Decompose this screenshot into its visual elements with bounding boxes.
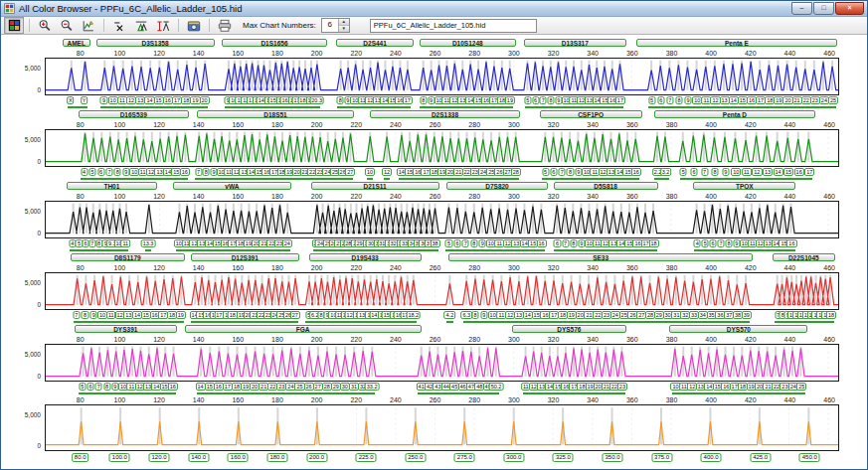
trace-svg bbox=[46, 202, 838, 237]
allele-label: 9 bbox=[480, 311, 487, 319]
allele-label: 5 bbox=[524, 96, 531, 104]
zoom-in-button[interactable] bbox=[35, 17, 55, 34]
allele-label: 5 bbox=[445, 239, 452, 247]
electropherogram-plot[interactable] bbox=[45, 129, 839, 167]
allele-label: 8 bbox=[337, 96, 344, 104]
allele-label: 16 bbox=[794, 168, 804, 176]
electropherogram-plot[interactable] bbox=[45, 272, 839, 310]
x-tick-label: 360 bbox=[626, 263, 638, 272]
x-tick-label: 340 bbox=[587, 49, 599, 58]
allele-label: 140.0 bbox=[188, 453, 209, 462]
size-standard-match-button[interactable] bbox=[131, 17, 151, 34]
x-tick-label: 140 bbox=[193, 335, 205, 344]
marker-label-dys576: DYS576 bbox=[512, 325, 626, 333]
allele-label: 450.0 bbox=[799, 453, 820, 462]
allele-label: 8 bbox=[570, 239, 577, 247]
trace-svg bbox=[46, 405, 838, 450]
size-standard-match-icon bbox=[134, 19, 148, 33]
marker-range-bar bbox=[337, 106, 411, 108]
electropherogram-plot[interactable] bbox=[45, 344, 839, 382]
x-tick-label: 160 bbox=[232, 335, 244, 344]
allele-label: 9 bbox=[90, 311, 97, 319]
x-tick-label: 140 bbox=[193, 120, 205, 129]
x-tick-label: 400 bbox=[705, 263, 717, 272]
zoom-in-icon bbox=[38, 19, 52, 33]
trace-path bbox=[46, 421, 838, 444]
x-tick-label: 260 bbox=[430, 263, 441, 272]
allele-call-button[interactable] bbox=[153, 17, 173, 34]
zoom-edit-button[interactable] bbox=[79, 17, 98, 34]
max-chart-numbers-value[interactable]: 6 bbox=[322, 19, 338, 32]
allele-label-strip: 80.0100.0120.0140.0160.0180.0200.0225.02… bbox=[45, 451, 839, 463]
electropherogram-plot[interactable] bbox=[45, 58, 839, 95]
x-tick-label: 100 bbox=[113, 49, 125, 58]
x-tick-label: 120 bbox=[153, 395, 165, 404]
allele-label: 4.2 bbox=[444, 311, 456, 319]
y-axis-max-label: 5,000 bbox=[1, 208, 41, 215]
marker-label-dys570: DYS570 bbox=[669, 325, 807, 333]
allele-label: 39 bbox=[742, 311, 752, 319]
marker-range-bar bbox=[195, 178, 353, 180]
x-tick-label: 260 bbox=[430, 192, 441, 201]
marker-range-bar bbox=[648, 106, 836, 108]
trace-path bbox=[82, 408, 828, 445]
x-tick-label: 340 bbox=[587, 395, 599, 404]
x-tick-label: 260 bbox=[430, 335, 441, 344]
maximize-button[interactable]: □ bbox=[813, 2, 834, 15]
x-tick-label: 200 bbox=[311, 263, 323, 272]
electropherogram-plot[interactable] bbox=[45, 404, 839, 451]
marker-label-fga: FGA bbox=[185, 325, 422, 333]
max-chart-numbers-spinner[interactable]: 6 ▲ ▼ bbox=[321, 18, 350, 33]
x-tick-label: 320 bbox=[548, 120, 560, 129]
marker-range-bar bbox=[70, 249, 129, 251]
allele-label: 7 bbox=[105, 168, 112, 176]
allele-label-strip: 4567891011121314151678910111213141516171… bbox=[45, 167, 839, 177]
allele-label: 13 bbox=[763, 168, 773, 176]
allele-label: 7 bbox=[559, 168, 566, 176]
x-tick-label: 240 bbox=[390, 395, 402, 404]
marker-range-bar bbox=[654, 178, 668, 180]
snapshot-button[interactable] bbox=[184, 17, 204, 34]
x-tick-label: 460 bbox=[823, 192, 835, 201]
marker-range-bar bbox=[525, 106, 624, 108]
allele-label-strip: 789101112131415161718191415161717.31818.… bbox=[45, 310, 839, 320]
marker-range-bar bbox=[313, 249, 437, 251]
zoom-out-button[interactable] bbox=[57, 17, 77, 34]
y-axis-zero-label: 0 bbox=[1, 442, 41, 449]
allele-label: 425.0 bbox=[750, 453, 771, 462]
zoom-out-icon bbox=[60, 19, 74, 33]
title-bar[interactable]: All Color Browser - PPFu_6C_Allelic_Ladd… bbox=[1, 1, 867, 17]
marker-range-bar bbox=[225, 106, 320, 108]
allele-label: 10 bbox=[731, 168, 741, 176]
marker-range-bar bbox=[420, 106, 513, 108]
allele-label: 13.3 bbox=[141, 239, 156, 247]
x-axis-ticks: 8010012014016018020022024026028030032034… bbox=[45, 335, 839, 344]
plot-area: 5,0000 bbox=[1, 129, 867, 167]
allele-label: 6 bbox=[550, 168, 557, 176]
print-button[interactable] bbox=[215, 17, 235, 34]
x-tick-label: 180 bbox=[271, 49, 283, 58]
minimize-button[interactable]: – bbox=[791, 2, 812, 15]
x-tick-label: 280 bbox=[468, 335, 480, 344]
allele-label: 7 bbox=[540, 96, 547, 104]
allele-label: 375.0 bbox=[651, 453, 672, 462]
filename-field[interactable]: PPFu_6C_Allelic_Ladder_105.hid bbox=[370, 19, 537, 33]
x-tick-label: 400 bbox=[705, 395, 717, 404]
close-button[interactable]: × bbox=[835, 2, 864, 15]
x-tick-label: 440 bbox=[784, 395, 796, 404]
marker-range-bar bbox=[367, 178, 373, 180]
spinner-down-button[interactable]: ▼ bbox=[339, 26, 349, 32]
electropherogram-plot[interactable] bbox=[45, 201, 839, 238]
allele-label: 17 bbox=[615, 96, 625, 104]
baseline-button[interactable] bbox=[109, 17, 129, 34]
allele-label: 6 bbox=[554, 239, 561, 247]
marker-range-bar bbox=[446, 321, 452, 323]
allele-label-strip: 5678910111213141516141516171819202122232… bbox=[45, 382, 839, 392]
allele-label: 17 bbox=[804, 168, 814, 176]
spinner-up-button[interactable]: ▲ bbox=[339, 19, 349, 26]
allele-label: 9 bbox=[722, 168, 729, 176]
x-tick-label: 380 bbox=[666, 335, 678, 344]
x-tick-label: 200 bbox=[311, 192, 323, 201]
color-channels-button[interactable] bbox=[4, 17, 24, 34]
allele-label: 8 bbox=[725, 239, 732, 247]
